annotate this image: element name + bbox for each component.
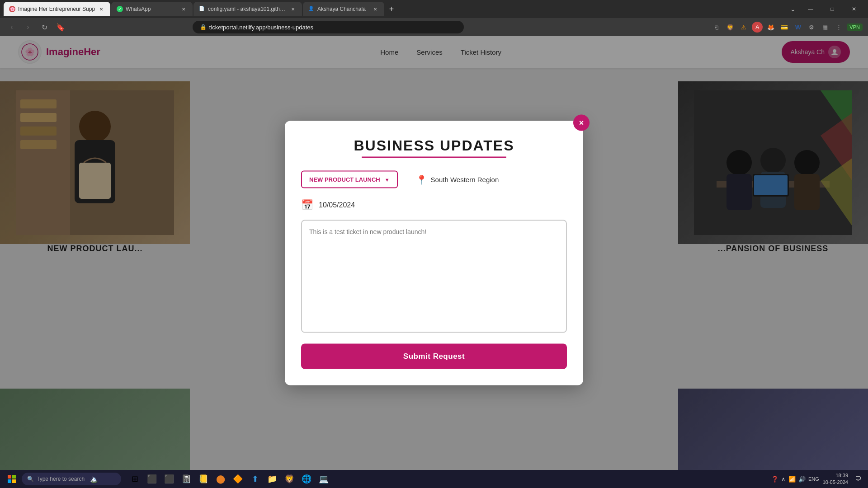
address-input[interactable]: 🔒 ticketportal.netlify.app/business-upda… (193, 21, 464, 33)
message-textarea[interactable] (301, 220, 567, 333)
taskbar-app-sticky[interactable]: 📒 (195, 471, 212, 487)
start-button[interactable] (4, 472, 20, 486)
taskbar-app-folder[interactable]: 📁 (264, 471, 280, 487)
tab-title-1: Imagine Her Entrepreneur Supp (18, 6, 95, 12)
vpn-badge[interactable]: VPN (847, 23, 863, 31)
bookmark-button[interactable]: 🔖 (54, 21, 67, 33)
tab-favicon-4: 👤 (308, 6, 315, 12)
tab-title-4: Akshaya Chanchala (317, 6, 369, 12)
sys-notification-expand[interactable]: ∧ (781, 476, 786, 483)
taskbar-app-brave[interactable]: 🦁 (281, 471, 297, 487)
location-display: 📍 South Western Region (416, 174, 499, 185)
sidebar-icon[interactable]: ▦ (820, 22, 830, 33)
reload-button[interactable]: ↻ (38, 21, 51, 33)
taskbar-app-chrome[interactable]: 🌐 (298, 471, 315, 487)
modal-title-underline (362, 157, 506, 158)
tab-close-4[interactable]: ✕ (372, 5, 379, 13)
word-icon[interactable]: W (793, 22, 803, 33)
tab-active[interactable]: 🌸 Imagine Her Entrepreneur Supp ✕ (4, 2, 110, 16)
taskbar-app-jetbrains[interactable]: ⬛ (144, 471, 160, 487)
location-text: South Western Region (431, 176, 499, 183)
taskbar-app-arrow[interactable]: ⬆ (247, 471, 263, 487)
taskbar-search-icon: 🔍 (27, 476, 34, 482)
share-icon[interactable]: ⎗ (711, 22, 722, 33)
business-updates-modal: × BUSINESS UPDATES NEW PRODUCT LAUNCH ▼ … (285, 121, 583, 385)
sys-help-icon[interactable]: ❓ (771, 476, 778, 483)
taskbar-app-phpstorm[interactable]: ⬛ (161, 471, 177, 487)
ticket-type-dropdown[interactable]: NEW PRODUCT LAUNCH ▼ (301, 171, 398, 188)
sys-lang: ENG (808, 476, 819, 482)
address-icons: ⎗ 🦁 ⚠ A 🦊 💳 W ⚙ ▦ ⋮ VPN (711, 22, 863, 33)
sys-volume-icon[interactable]: 🔊 (798, 476, 806, 483)
tab-config[interactable]: 📄 config.yaml - akshaya101.github.io ✕ (193, 2, 302, 16)
maximize-button[interactable]: □ (822, 3, 843, 15)
tab-title-2: WhatsApp (126, 6, 177, 12)
calendar-icon: 📅 (301, 199, 313, 211)
taskbar-search[interactable]: 🔍 Type here to search 🏔️ (22, 473, 121, 485)
tab-favicon-3: 📄 (199, 6, 205, 12)
date-row: 📅 10/05/2024 (301, 199, 567, 211)
location-pin-icon: 📍 (416, 174, 427, 185)
taskbar-app-orange[interactable]: 🔶 (230, 471, 246, 487)
taskbar-system-tray: ❓ ∧ 📶 🔊 ENG 18:39 10-05-2024 🗨 (771, 472, 864, 486)
svg-rect-27 (8, 479, 11, 483)
address-bar: ‹ › ↻ 🔖 🔒 ticketportal.netlify.app/busin… (0, 18, 868, 36)
back-button[interactable]: ‹ (5, 21, 18, 33)
tab-close-1[interactable]: ✕ (98, 5, 105, 13)
menu-icon[interactable]: ⋮ (833, 22, 844, 33)
profile-icon-1[interactable]: A (752, 22, 763, 33)
close-button[interactable]: ✕ (844, 3, 864, 15)
taskbar-apps: ⊞ ⬛ ⬛ 📓 📒 ⬤ 🔶 ⬆ 📁 🦁 🌐 💻 (127, 471, 332, 487)
tab-akshaya[interactable]: 👤 Akshaya Chanchala ✕ (303, 2, 384, 16)
warning-icon[interactable]: ⚠ (738, 22, 749, 33)
tab-favicon-1: 🌸 (9, 6, 15, 12)
tab-close-3[interactable]: ✕ (289, 5, 297, 13)
taskbar-search-text: Type here to search (37, 476, 85, 482)
forward-button[interactable]: › (22, 21, 34, 33)
svg-rect-28 (12, 479, 16, 483)
dropdown-arrow-icon: ▼ (385, 177, 390, 182)
address-text: ticketportal.netlify.app/business-update… (209, 24, 313, 31)
tab-controls: ⌄ — □ ✕ (787, 3, 864, 15)
brave-shield-icon[interactable]: 🦁 (725, 22, 736, 33)
taskbar-search-widget: 🏔️ (90, 475, 98, 483)
extension-icon[interactable]: ⚙ (806, 22, 817, 33)
tab-close-2[interactable]: ✕ (180, 5, 187, 13)
clock-date: 10-05-2024 (823, 479, 848, 486)
sys-wifi-icon[interactable]: 📶 (788, 476, 796, 483)
taskbar-app-onenote[interactable]: 📓 (178, 471, 194, 487)
sys-icons: ❓ ∧ 📶 🔊 ENG (771, 476, 819, 483)
new-tab-button[interactable]: + (385, 3, 398, 15)
modal-type-location-row: NEW PRODUCT LAUNCH ▼ 📍 South Western Reg… (301, 171, 567, 188)
clock-time: 18:39 (823, 472, 848, 479)
dropdown-label: NEW PRODUCT LAUNCH (309, 176, 380, 183)
tab-title-3: config.yaml - akshaya101.github.io (208, 6, 287, 12)
taskbar-app-widgets[interactable]: ⊞ (127, 471, 143, 487)
minimize-button[interactable]: — (800, 3, 821, 15)
modal-close-button[interactable]: × (573, 115, 590, 131)
fox-icon[interactable]: 🦊 (765, 22, 776, 33)
tab-list-button[interactable]: ⌄ (787, 3, 799, 15)
browser-chrome: 🌸 Imagine Her Entrepreneur Supp ✕ ✓ What… (0, 0, 868, 36)
submit-request-button[interactable]: Submit Request (301, 344, 567, 369)
tab-bar: 🌸 Imagine Her Entrepreneur Supp ✕ ✓ What… (0, 0, 868, 18)
tab-whatsapp[interactable]: ✓ WhatsApp ✕ (111, 2, 193, 16)
wallet-icon[interactable]: 💳 (779, 22, 790, 33)
website-background: 🌸 ImagineHer Home Services Ticket Histor… (0, 36, 868, 470)
modal-title: BUSINESS UPDATES (301, 137, 567, 154)
svg-rect-26 (12, 475, 16, 479)
notification-icon: 🗨 (855, 475, 861, 483)
system-clock[interactable]: 18:39 10-05-2024 (823, 472, 848, 486)
tab-favicon-2: ✓ (117, 6, 123, 12)
taskbar: 🔍 Type here to search 🏔️ ⊞ ⬛ ⬛ 📓 📒 ⬤ 🔶 ⬆… (0, 470, 868, 488)
taskbar-app-vscode[interactable]: 💻 (316, 471, 332, 487)
notification-button[interactable]: 🗨 (852, 473, 864, 485)
taskbar-app-circle[interactable]: ⬤ (212, 471, 229, 487)
svg-rect-25 (8, 475, 11, 479)
date-value: 10/05/2024 (319, 201, 355, 209)
